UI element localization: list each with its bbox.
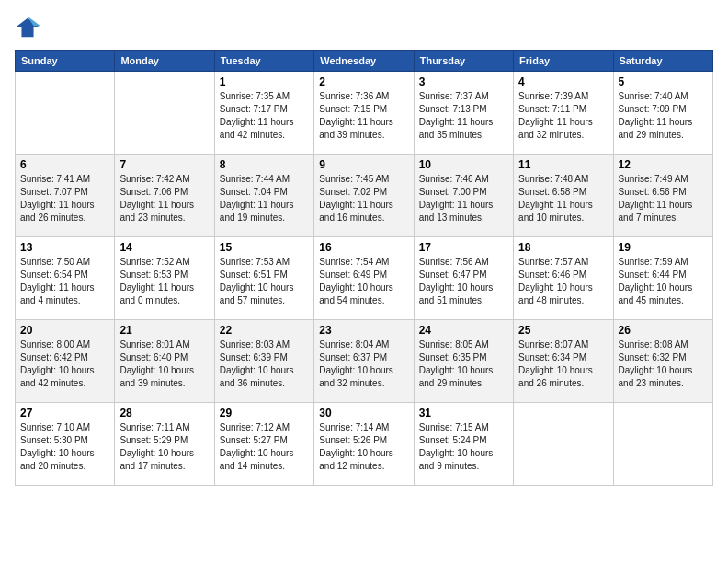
calendar-cell	[514, 403, 613, 486]
calendar-body: 1Sunrise: 7:35 AM Sunset: 7:17 PM Daylig…	[16, 72, 713, 486]
day-number: 26	[619, 324, 708, 337]
day-info: Sunrise: 7:41 AM Sunset: 7:07 PM Dayligh…	[20, 173, 109, 224]
day-number: 29	[220, 407, 309, 419]
calendar-week-4: 20Sunrise: 8:00 AM Sunset: 6:42 PM Dayli…	[16, 320, 713, 403]
day-number: 9	[319, 158, 408, 171]
calendar-cell: 19Sunrise: 7:59 AM Sunset: 6:44 PM Dayli…	[613, 237, 712, 320]
day-number: 14	[119, 241, 209, 254]
calendar-week-3: 13Sunrise: 7:50 AM Sunset: 6:54 PM Dayli…	[16, 237, 713, 320]
day-info: Sunrise: 7:49 AM Sunset: 6:56 PM Dayligh…	[619, 173, 708, 224]
day-number: 28	[119, 407, 209, 419]
calendar-cell: 18Sunrise: 7:57 AM Sunset: 6:46 PM Dayli…	[514, 237, 613, 320]
day-info: Sunrise: 7:50 AM Sunset: 6:54 PM Dayligh…	[20, 256, 109, 307]
day-number: 15	[220, 241, 309, 254]
weekday-thursday: Thursday	[414, 51, 513, 72]
calendar-cell: 20Sunrise: 8:00 AM Sunset: 6:42 PM Dayli…	[16, 320, 115, 403]
day-info: Sunrise: 7:48 AM Sunset: 6:58 PM Dayligh…	[518, 173, 608, 224]
day-info: Sunrise: 7:10 AM Sunset: 5:30 PM Dayligh…	[20, 421, 109, 473]
page-header	[15, 15, 713, 40]
day-info: Sunrise: 7:57 AM Sunset: 6:46 PM Dayligh…	[518, 256, 608, 307]
day-info: Sunrise: 7:15 AM Sunset: 5:24 PM Dayligh…	[419, 421, 508, 473]
day-info: Sunrise: 7:37 AM Sunset: 7:13 PM Dayligh…	[419, 90, 508, 142]
calendar-week-5: 27Sunrise: 7:10 AM Sunset: 5:30 PM Dayli…	[16, 403, 713, 486]
calendar-cell: 1Sunrise: 7:35 AM Sunset: 7:17 PM Daylig…	[214, 72, 313, 155]
calendar-cell: 29Sunrise: 7:12 AM Sunset: 5:27 PM Dayli…	[214, 403, 313, 486]
calendar-cell: 3Sunrise: 7:37 AM Sunset: 7:13 PM Daylig…	[414, 72, 513, 155]
day-number: 17	[419, 241, 508, 254]
day-number: 12	[619, 158, 708, 171]
day-info: Sunrise: 7:14 AM Sunset: 5:26 PM Dayligh…	[319, 421, 408, 473]
calendar-cell: 10Sunrise: 7:46 AM Sunset: 7:00 PM Dayli…	[414, 155, 513, 237]
weekday-wednesday: Wednesday	[314, 51, 414, 72]
day-number: 3	[419, 75, 508, 88]
calendar-cell	[16, 72, 115, 155]
logo-icon	[15, 15, 40, 40]
calendar-cell: 22Sunrise: 8:03 AM Sunset: 6:39 PM Dayli…	[214, 320, 313, 403]
day-number: 30	[319, 407, 408, 419]
day-info: Sunrise: 8:08 AM Sunset: 6:32 PM Dayligh…	[619, 339, 708, 390]
day-number: 20	[20, 324, 109, 337]
calendar-cell: 12Sunrise: 7:49 AM Sunset: 6:56 PM Dayli…	[613, 155, 712, 237]
day-info: Sunrise: 7:54 AM Sunset: 6:49 PM Dayligh…	[319, 256, 408, 307]
calendar-cell: 16Sunrise: 7:54 AM Sunset: 6:49 PM Dayli…	[314, 237, 414, 320]
day-info: Sunrise: 7:46 AM Sunset: 7:00 PM Dayligh…	[419, 173, 508, 224]
day-info: Sunrise: 7:11 AM Sunset: 5:29 PM Dayligh…	[119, 421, 209, 473]
day-number: 1	[220, 75, 309, 88]
calendar-week-1: 1Sunrise: 7:35 AM Sunset: 7:17 PM Daylig…	[16, 72, 713, 155]
weekday-saturday: Saturday	[613, 51, 712, 72]
calendar-cell: 6Sunrise: 7:41 AM Sunset: 7:07 PM Daylig…	[16, 155, 115, 237]
day-number: 11	[518, 158, 608, 171]
calendar-cell: 14Sunrise: 7:52 AM Sunset: 6:53 PM Dayli…	[115, 237, 214, 320]
calendar-cell: 24Sunrise: 8:05 AM Sunset: 6:35 PM Dayli…	[414, 320, 513, 403]
day-number: 7	[119, 158, 209, 171]
calendar-cell: 31Sunrise: 7:15 AM Sunset: 5:24 PM Dayli…	[414, 403, 513, 486]
day-number: 31	[419, 407, 508, 419]
calendar-table: SundayMondayTuesdayWednesdayThursdayFrid…	[15, 50, 713, 486]
day-info: Sunrise: 8:04 AM Sunset: 6:37 PM Dayligh…	[319, 339, 408, 390]
day-number: 27	[20, 407, 109, 419]
weekday-header-row: SundayMondayTuesdayWednesdayThursdayFrid…	[16, 51, 713, 72]
day-info: Sunrise: 7:40 AM Sunset: 7:09 PM Dayligh…	[619, 90, 708, 142]
calendar-cell	[613, 403, 712, 486]
day-number: 18	[518, 241, 608, 254]
day-info: Sunrise: 8:05 AM Sunset: 6:35 PM Dayligh…	[419, 339, 508, 390]
day-info: Sunrise: 7:44 AM Sunset: 7:04 PM Dayligh…	[220, 173, 309, 224]
calendar-cell	[115, 72, 214, 155]
calendar-cell: 4Sunrise: 7:39 AM Sunset: 7:11 PM Daylig…	[514, 72, 613, 155]
day-number: 2	[319, 75, 408, 88]
day-info: Sunrise: 8:07 AM Sunset: 6:34 PM Dayligh…	[518, 339, 608, 390]
day-number: 8	[220, 158, 309, 171]
calendar-cell: 30Sunrise: 7:14 AM Sunset: 5:26 PM Dayli…	[314, 403, 414, 486]
calendar-cell: 27Sunrise: 7:10 AM Sunset: 5:30 PM Dayli…	[16, 403, 115, 486]
day-info: Sunrise: 8:01 AM Sunset: 6:40 PM Dayligh…	[119, 339, 209, 390]
logo	[15, 15, 44, 40]
day-number: 4	[518, 75, 608, 88]
day-info: Sunrise: 7:53 AM Sunset: 6:51 PM Dayligh…	[220, 256, 309, 307]
weekday-sunday: Sunday	[16, 51, 115, 72]
calendar-cell: 28Sunrise: 7:11 AM Sunset: 5:29 PM Dayli…	[115, 403, 214, 486]
calendar-cell: 13Sunrise: 7:50 AM Sunset: 6:54 PM Dayli…	[16, 237, 115, 320]
calendar-cell: 25Sunrise: 8:07 AM Sunset: 6:34 PM Dayli…	[514, 320, 613, 403]
calendar-cell: 2Sunrise: 7:36 AM Sunset: 7:15 PM Daylig…	[314, 72, 414, 155]
calendar-cell: 8Sunrise: 7:44 AM Sunset: 7:04 PM Daylig…	[214, 155, 313, 237]
day-number: 24	[419, 324, 508, 337]
weekday-monday: Monday	[115, 51, 214, 72]
calendar-cell: 26Sunrise: 8:08 AM Sunset: 6:32 PM Dayli…	[613, 320, 712, 403]
calendar-cell: 15Sunrise: 7:53 AM Sunset: 6:51 PM Dayli…	[214, 237, 313, 320]
weekday-tuesday: Tuesday	[214, 51, 313, 72]
weekday-friday: Friday	[514, 51, 613, 72]
calendar-week-2: 6Sunrise: 7:41 AM Sunset: 7:07 PM Daylig…	[16, 155, 713, 237]
day-number: 25	[518, 324, 608, 337]
day-number: 23	[319, 324, 408, 337]
day-number: 6	[20, 158, 109, 171]
day-info: Sunrise: 7:45 AM Sunset: 7:02 PM Dayligh…	[319, 173, 408, 224]
day-number: 21	[119, 324, 209, 337]
calendar-cell: 5Sunrise: 7:40 AM Sunset: 7:09 PM Daylig…	[613, 72, 712, 155]
day-info: Sunrise: 8:00 AM Sunset: 6:42 PM Dayligh…	[20, 339, 109, 390]
calendar-cell: 9Sunrise: 7:45 AM Sunset: 7:02 PM Daylig…	[314, 155, 414, 237]
day-number: 13	[20, 241, 109, 254]
day-info: Sunrise: 7:12 AM Sunset: 5:27 PM Dayligh…	[220, 421, 309, 473]
day-number: 5	[619, 75, 708, 88]
day-number: 10	[419, 158, 508, 171]
day-info: Sunrise: 8:03 AM Sunset: 6:39 PM Dayligh…	[220, 339, 309, 390]
